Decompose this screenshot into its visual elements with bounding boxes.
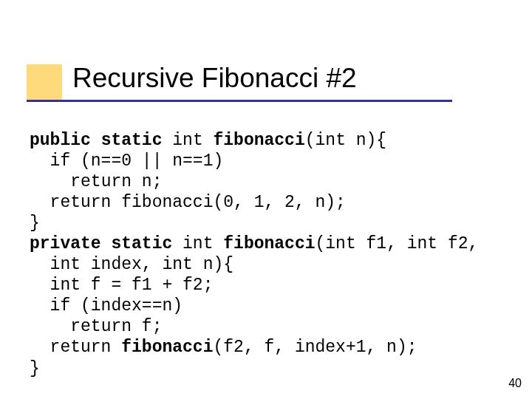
code-text: int — [162, 131, 213, 150]
code-line: } — [30, 359, 40, 378]
code-line: return f; — [30, 317, 162, 336]
code-text — [101, 234, 112, 253]
code-text: (f2, f, index+1, n); — [213, 338, 417, 357]
code-line: } — [30, 214, 40, 233]
slide: Recursive Fibonacci #2 public static int… — [0, 0, 532, 399]
slide-title: Recursive Fibonacci #2 — [72, 63, 357, 94]
code-line: return n; — [30, 172, 162, 191]
page-number: 40 — [508, 377, 522, 390]
kw-static: static — [111, 234, 172, 253]
code-line: if (n==0 || n==1) — [30, 151, 223, 171]
kw-static: static — [101, 131, 163, 150]
kw-private: private — [30, 234, 101, 253]
fn-name: fibonacci — [213, 131, 304, 150]
title-accent-box — [27, 64, 62, 100]
fn-name: fibonacci — [121, 338, 213, 357]
code-text: return — [30, 338, 121, 357]
code-line: int f = f1 + f2; — [30, 276, 213, 295]
code-line: if (index==n) — [30, 296, 183, 316]
code-text: (int n){ — [305, 131, 386, 150]
kw-public: public — [30, 131, 91, 150]
fn-name: fibonacci — [223, 234, 315, 253]
code-text: (int f1, int f2, — [316, 234, 479, 253]
code-line: int index, int n){ — [30, 255, 233, 274]
code-text: int — [172, 234, 223, 253]
code-line: return fibonacci(0, 1, 2, n); — [30, 193, 346, 212]
title-underline — [27, 100, 452, 102]
code-block: public static int fibonacci(int n){ if (… — [30, 130, 502, 379]
code-text — [91, 131, 101, 150]
